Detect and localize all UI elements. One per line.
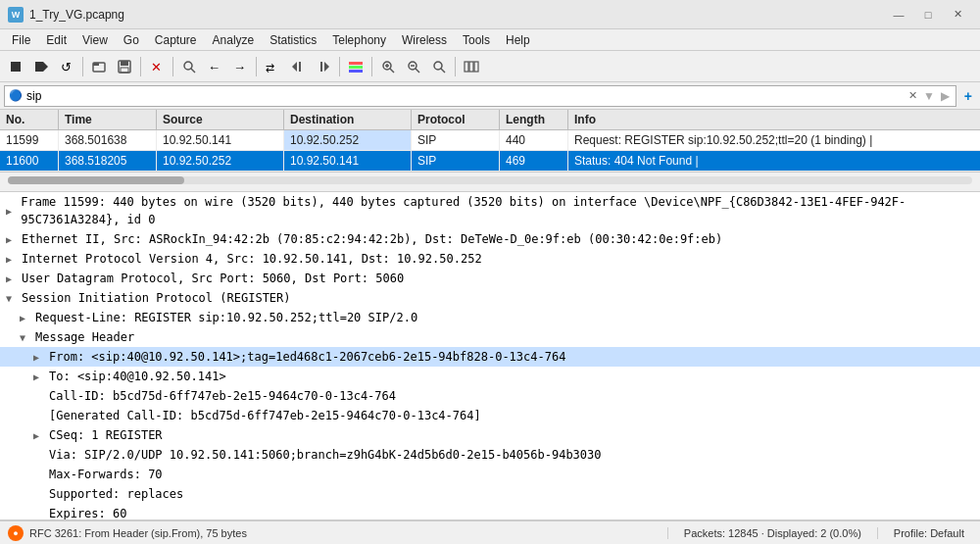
toolbar-restart-btn[interactable]: [29, 55, 53, 78]
toolbar-close-file-btn[interactable]: ✕: [145, 55, 169, 78]
toolbar-zoom-in-btn[interactable]: [376, 55, 400, 78]
expand-icon: ▶: [6, 204, 17, 219]
toolbar-colorize-btn[interactable]: [344, 55, 368, 78]
toolbar-normal-size-btn[interactable]: [427, 55, 451, 78]
menu-tools[interactable]: Tools: [455, 31, 498, 49]
packet-list-section: No. Time Source Destination Protocol Len…: [0, 110, 980, 192]
cell-protocol: SIP: [412, 151, 500, 171]
toolbar-sep-3: [172, 57, 173, 76]
col-header-time[interactable]: Time: [59, 110, 157, 129]
detail-text: Message Header: [35, 328, 134, 346]
menu-bar: File Edit View Go Capture Analyze Statis…: [0, 29, 980, 51]
expand-icon: [33, 409, 45, 423]
detail-line[interactable]: Supported: replaces: [0, 484, 980, 504]
close-button[interactable]: ✕: [943, 5, 972, 25]
toolbar-refresh-btn[interactable]: ↺: [55, 55, 78, 78]
toolbar-first-btn[interactable]: [286, 55, 310, 78]
expand-icon: ▶: [20, 311, 31, 325]
toolbar-open-btn[interactable]: [87, 55, 111, 78]
filter-add-button[interactable]: +: [960, 88, 976, 104]
toolbar-resize-cols-btn[interactable]: [460, 55, 483, 78]
horizontal-scrollbar[interactable]: [0, 176, 980, 192]
detail-line[interactable]: ▶ Internet Protocol Version 4, Src: 10.9…: [0, 249, 980, 269]
toolbar-zoom-out-btn[interactable]: [402, 55, 425, 78]
packet-list-header: No. Time Source Destination Protocol Len…: [0, 110, 980, 130]
hscroll-thumb[interactable]: [8, 176, 184, 184]
menu-view[interactable]: View: [74, 31, 116, 49]
toolbar-stop-btn[interactable]: [4, 55, 27, 78]
maximize-button[interactable]: □: [913, 5, 943, 25]
toolbar-fwd-btn[interactable]: →: [228, 55, 252, 78]
svg-rect-18: [320, 62, 322, 72]
detail-line[interactable]: Max-Forwards: 70: [0, 465, 980, 484]
menu-go[interactable]: Go: [116, 31, 147, 49]
detail-line[interactable]: Via: SIP/2.0/UDP 10.92.50.141:5060;branc…: [0, 445, 980, 465]
cell-protocol: SIP: [412, 130, 500, 150]
detail-section: ▶ Frame 11599: 440 bytes on wire (3520 b…: [0, 192, 980, 520]
detail-line[interactable]: ▶ To: <sip:40@10.92.50.141>: [0, 367, 980, 386]
svg-line-30: [441, 69, 445, 73]
toolbar: ↺ ✕ ← → ⇄: [0, 51, 980, 82]
svg-rect-1: [35, 62, 43, 72]
detail-line[interactable]: ▶ Ethernet II, Src: ASRockIn_94:42:2b (7…: [0, 229, 980, 249]
toolbar-goto-btn[interactable]: ⇄: [261, 55, 284, 78]
filter-icon: 🔵: [9, 89, 23, 102]
expand-icon: ▶: [33, 428, 45, 443]
col-header-destination[interactable]: Destination: [284, 110, 412, 129]
detail-line[interactable]: ▶ From: <sip:40@10.92.50.141>;tag=1ed468…: [0, 347, 980, 367]
col-header-protocol[interactable]: Protocol: [412, 110, 500, 129]
toolbar-last-btn[interactable]: [312, 55, 335, 78]
col-header-source[interactable]: Source: [157, 110, 284, 129]
minimize-button[interactable]: —: [884, 5, 913, 25]
detail-line[interactable]: ▼ Message Header: [0, 327, 980, 347]
detail-line[interactable]: [Generated Call-ID: b5cd75d-6ff747eb-2e1…: [0, 406, 980, 425]
detail-panel: ▶ Frame 11599: 440 bytes on wire (3520 b…: [0, 192, 980, 520]
menu-wireless[interactable]: Wireless: [394, 31, 455, 49]
expand-icon: [33, 487, 45, 502]
expand-icon: ▶: [6, 272, 18, 286]
filter-clear-button[interactable]: ✕: [906, 89, 919, 102]
toolbar-find-btn[interactable]: [177, 55, 201, 78]
detail-line[interactable]: ▶ Frame 11599: 440 bytes on wire (3520 b…: [0, 192, 980, 229]
detail-line[interactable]: ▼ Session Initiation Protocol (REGISTER): [0, 288, 980, 308]
toolbar-save-btn[interactable]: [113, 55, 136, 78]
expand-icon: [33, 389, 45, 404]
detail-text: Frame 11599: 440 bytes on wire (3520 bit…: [21, 193, 974, 228]
status-mid: Packets: 12845 · Displayed: 2 (0.0%): [667, 527, 878, 539]
col-header-length[interactable]: Length: [500, 110, 568, 129]
menu-edit[interactable]: Edit: [38, 31, 74, 49]
svg-marker-17: [324, 62, 329, 72]
main-area: No. Time Source Destination Protocol Len…: [0, 110, 980, 520]
cell-time: 368.501638: [59, 130, 157, 150]
detail-line[interactable]: Call-ID: b5cd75d-6ff747eb-2e15-9464c70-0…: [0, 386, 980, 406]
cell-info: Request: REGISTER sip:10.92.50.252;ttl=2…: [568, 130, 980, 150]
expand-icon: ▶: [33, 370, 45, 384]
cell-dest: 10.92.50.252: [284, 130, 412, 150]
cell-dest: 10.92.50.141: [284, 151, 412, 171]
status-left-text: RFC 3261: From Header (sip.From), 75 byt…: [29, 527, 247, 539]
toolbar-back-btn[interactable]: ←: [203, 55, 226, 78]
status-profile-text: Profile: Default: [894, 527, 964, 539]
expand-icon: ▶: [6, 252, 18, 267]
cell-length: 469: [500, 151, 568, 171]
table-row[interactable]: 11600 368.518205 10.92.50.252 10.92.50.1…: [0, 151, 980, 172]
toolbar-sep-5: [339, 57, 340, 76]
menu-statistics[interactable]: Statistics: [262, 31, 324, 49]
col-header-no[interactable]: No.: [0, 110, 59, 129]
filter-input[interactable]: [26, 89, 906, 103]
detail-line[interactable]: ▶ User Datagram Protocol, Src Port: 5060…: [0, 269, 980, 288]
menu-help[interactable]: Help: [498, 31, 538, 49]
svg-rect-20: [349, 66, 363, 69]
menu-telephony[interactable]: Telephony: [324, 31, 394, 49]
packet-list: 11599 368.501638 10.92.50.141 10.92.50.2…: [0, 130, 980, 173]
menu-analyze[interactable]: Analyze: [205, 31, 263, 49]
detail-line[interactable]: ▶ Request-Line: REGISTER sip:10.92.50.25…: [0, 308, 980, 327]
menu-file[interactable]: File: [4, 31, 38, 49]
cell-no: 11600: [0, 151, 59, 171]
detail-line[interactable]: ▶ CSeq: 1 REGISTER: [0, 425, 980, 445]
col-header-info[interactable]: Info: [568, 110, 980, 129]
table-row[interactable]: 11599 368.501638 10.92.50.141 10.92.50.2…: [0, 130, 980, 151]
menu-capture[interactable]: Capture: [147, 31, 205, 49]
detail-line[interactable]: Expires: 60: [0, 504, 980, 520]
expand-icon: ▼: [20, 330, 31, 345]
